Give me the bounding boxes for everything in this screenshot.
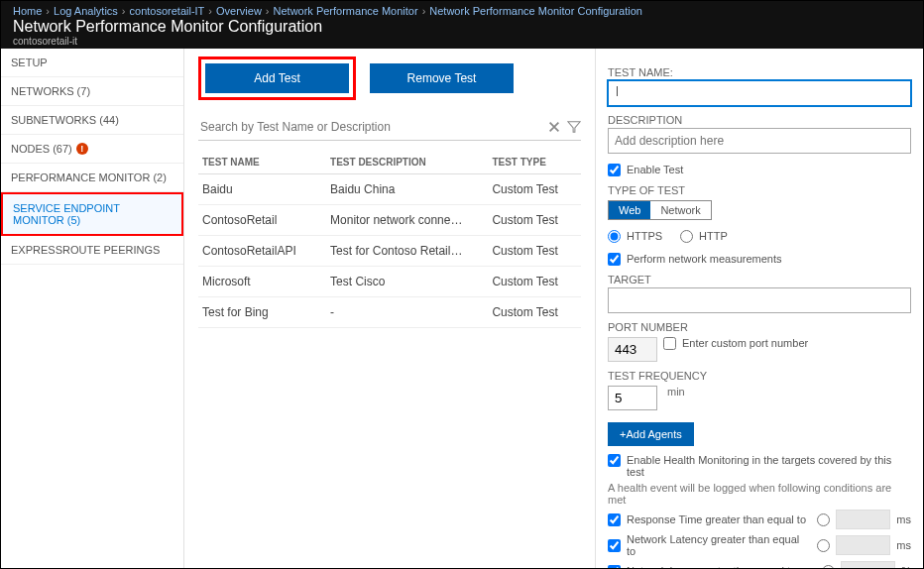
port-label: PORT NUMBER: [608, 321, 911, 333]
sidebar-item-subnetworks[interactable]: SUBNETWORKS (44): [1, 106, 183, 135]
target-label: TARGET: [608, 274, 911, 285]
cond-latency-label: Network Latency greater than equal to: [627, 533, 811, 557]
table-row[interactable]: BaiduBaidu ChinaCustom Test: [198, 174, 581, 205]
frequency-unit: min: [667, 386, 685, 398]
unit-ms: ms: [896, 513, 911, 525]
protocol-http-label: HTTP: [699, 230, 728, 242]
text-cursor-icon: |: [616, 84, 619, 96]
unit-ms: ms: [896, 539, 911, 551]
crumb-npm-config[interactable]: Network Performance Monitor Configuratio…: [429, 5, 642, 17]
enable-test-checkbox[interactable]: [608, 164, 621, 176]
cond-response-value[interactable]: [836, 510, 890, 529]
add-agents-button[interactable]: +Add Agents: [608, 422, 694, 446]
cond-response-label: Response Time greater than equal to: [627, 513, 811, 525]
breadcrumb: Home› Log Analytics› contosoretail-IT› O…: [13, 5, 911, 17]
sidebar: SETUP NETWORKS (7) SUBNETWORKS (44) NODE…: [1, 49, 184, 569]
sidebar-item-label: PERFORMANCE MONITOR (2): [11, 171, 167, 183]
sidebar-item-label: NODES (67): [11, 143, 72, 155]
add-test-button[interactable]: Add Test: [205, 63, 349, 93]
protocol-https-label: HTTPS: [627, 230, 662, 242]
frequency-label: TEST FREQUENCY: [608, 370, 911, 382]
test-name-input[interactable]: [608, 80, 911, 106]
crumb-log-analytics[interactable]: Log Analytics: [54, 5, 118, 17]
health-help-text: A health event will be logged when follo…: [608, 482, 911, 506]
sidebar-item-label: EXPRESSROUTE PEERINGS: [11, 244, 160, 256]
details-panel: TEST NAME: | DESCRIPTION Enable Test TYP…: [596, 49, 923, 569]
alert-icon: !: [76, 143, 88, 155]
sidebar-item-service-endpoint[interactable]: SERVICE ENDPOINT MONITOR (5): [1, 192, 183, 236]
sidebar-item-nodes[interactable]: NODES (67) !: [1, 135, 183, 164]
sidebar-item-label: SETUP: [11, 57, 48, 68]
page-subtitle: contosoretail-it: [13, 36, 911, 47]
enable-health-label: Enable Health Monitoring in the targets …: [627, 454, 911, 478]
cond-loss-radio[interactable]: [822, 565, 835, 570]
table-row[interactable]: ContosoRetailAPITest for Contoso Retail……: [198, 236, 581, 267]
protocol-https-radio[interactable]: [608, 230, 621, 243]
filter-icon[interactable]: [567, 120, 581, 134]
type-network-option[interactable]: Network: [650, 201, 710, 219]
search-input[interactable]: [198, 116, 547, 138]
col-name[interactable]: TEST NAME: [198, 151, 326, 174]
sidebar-item-networks[interactable]: NETWORKS (7): [1, 77, 183, 106]
protocol-http-radio[interactable]: [680, 230, 693, 243]
crumb-npm[interactable]: Network Performance Monitor: [274, 5, 418, 17]
center-panel: Add Test Remove Test TEST NAME TEST DESC…: [184, 49, 596, 569]
cond-latency-checkbox[interactable]: [608, 539, 621, 552]
crumb-workspace[interactable]: contosoretail-IT: [130, 5, 205, 17]
test-name-label: TEST NAME:: [608, 66, 911, 78]
cond-loss-label: Network Loss greater than equal to: [627, 565, 816, 569]
sidebar-item-label: SUBNETWORKS (44): [11, 114, 119, 126]
table-row[interactable]: ContosoRetailMonitor network conne…Custo…: [198, 205, 581, 236]
sidebar-item-label: NETWORKS (7): [11, 85, 90, 97]
enable-test-label: Enable Test: [627, 164, 683, 175]
type-of-test-toggle: Web Network: [608, 200, 712, 220]
enable-health-checkbox[interactable]: [608, 454, 621, 467]
top-header: Home› Log Analytics› contosoretail-IT› O…: [1, 1, 923, 49]
cond-response-radio[interactable]: [817, 513, 830, 526]
cond-response-checkbox[interactable]: [608, 513, 621, 526]
sidebar-item-perf-monitor[interactable]: PERFORMANCE MONITOR (2): [1, 164, 183, 192]
description-input[interactable]: [608, 128, 911, 154]
table-row[interactable]: MicrosoftTest CiscoCustom Test: [198, 267, 581, 297]
clear-icon[interactable]: [547, 120, 561, 134]
col-type[interactable]: TEST TYPE: [488, 151, 581, 174]
sidebar-item-label: SERVICE ENDPOINT MONITOR (5): [13, 202, 172, 226]
port-input[interactable]: [608, 337, 657, 362]
cond-latency-value[interactable]: [836, 535, 890, 555]
sidebar-item-expressroute[interactable]: EXPRESSROUTE PEERINGS: [1, 236, 183, 265]
description-label: DESCRIPTION: [608, 114, 911, 126]
target-input[interactable]: [608, 287, 911, 313]
crumb-overview[interactable]: Overview: [216, 5, 262, 17]
tests-table: TEST NAME TEST DESCRIPTION TEST TYPE Bai…: [198, 151, 581, 328]
unit-pct: %: [901, 565, 911, 569]
custom-port-label: Enter custom port number: [682, 337, 808, 349]
frequency-input[interactable]: [608, 386, 657, 410]
perform-network-checkbox[interactable]: [608, 253, 621, 266]
cond-loss-checkbox[interactable]: [608, 565, 621, 570]
sidebar-item-setup[interactable]: SETUP: [1, 49, 183, 77]
crumb-home[interactable]: Home: [13, 5, 42, 17]
type-of-test-label: TYPE OF TEST: [608, 184, 911, 196]
add-test-highlight: Add Test: [198, 57, 356, 100]
cond-latency-radio[interactable]: [817, 539, 830, 552]
page-title: Network Performance Monitor Configuratio…: [13, 18, 911, 36]
cond-loss-value[interactable]: [841, 561, 895, 569]
type-web-option[interactable]: Web: [609, 201, 650, 219]
perform-network-label: Perform network measurements: [627, 253, 782, 265]
col-desc[interactable]: TEST DESCRIPTION: [326, 151, 488, 174]
custom-port-checkbox[interactable]: [663, 337, 676, 350]
table-row[interactable]: Test for Bing-Custom Test: [198, 297, 581, 328]
remove-test-button[interactable]: Remove Test: [370, 63, 514, 93]
